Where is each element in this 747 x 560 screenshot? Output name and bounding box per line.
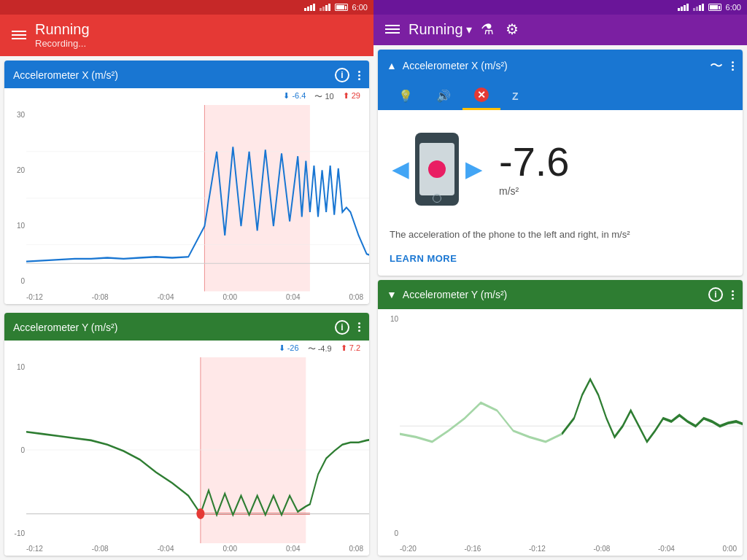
right-status-time: 6:00 (726, 3, 741, 12)
bulb-icon: 💡 (398, 89, 413, 103)
right-header: Running ▾ ⚗ ⚙ (374, 15, 747, 45)
right-header-icons: ⚗ ⚙ (481, 20, 519, 38)
right-accel-y-time-axis: -0:20 -0:16 -0:12 -0:08 -0:04 0:00 (378, 543, 743, 556)
left-accel-x-info-btn[interactable]: i (335, 68, 349, 82)
left-accel-y-menu-btn[interactable] (358, 322, 360, 332)
left-accel-x-min-stat: ⬇ -6.4 (283, 91, 306, 102)
left-accel-y-icons: i (335, 320, 360, 335)
value-display: -7.6 m/s² (499, 141, 731, 197)
battery-icon (335, 4, 348, 11)
right-battery-icon (708, 4, 721, 11)
left-recording-status: Recording... (35, 38, 90, 49)
left-accel-x-stats: ⬇ -6.4 〜 10 ⬆ 29 (4, 88, 369, 105)
right-accel-y-menu-btn[interactable] (732, 290, 734, 300)
right-header-container: 6:00 Running ▾ ⚗ ⚙ (374, 0, 747, 45)
left-accel-y-title: Accelerometer Y (m/s²) (13, 322, 117, 333)
dropdown-arrow-icon[interactable]: ▾ (466, 23, 472, 36)
y-label-0-x: 0 (6, 277, 25, 285)
right-accel-y-header-left: ▼ Accelerometer Y (m/s²) (387, 289, 507, 300)
right-accel-y-chart: 10 0 (378, 309, 743, 543)
left-accel-x-max-stat: ⬆ 29 (343, 91, 360, 102)
y-label-0-y: 0 (6, 446, 25, 454)
right-accel-x-header: ▲ Accelerometer X (m/s²) 〜 (378, 50, 743, 82)
left-status-bar: 6:00 (0, 0, 374, 15)
right-accel-x-title: Accelerometer X (m/s²) (403, 60, 508, 71)
y-label-20: 20 (6, 166, 25, 174)
left-hamburger-icon[interactable] (12, 31, 26, 39)
x-icon: ✕ (474, 88, 489, 102)
left-header: Running Recording... (0, 15, 374, 56)
right-accel-x-header-icons: 〜 (710, 57, 734, 74)
detail-body: ◀ ▶ -7.6 m/s² (378, 110, 743, 228)
arrow-left-icon: ◀ (392, 158, 409, 182)
y-label-30: 30 (6, 111, 25, 119)
left-header-container: 6:00 Running Recording... (0, 0, 374, 56)
left-accel-x-title: Accelerometer X (m/s²) (13, 69, 118, 81)
settings-icon[interactable]: ⚙ (506, 20, 519, 38)
left-accel-y-max-stat: ⬆ 7.2 (341, 343, 360, 354)
right-detail-card: ▲ Accelerometer X (m/s²) 〜 💡 🔊 ✕ (378, 50, 743, 276)
left-accel-y-avg-stat: 〜 -4.9 (308, 343, 332, 354)
svg-point-13 (196, 508, 204, 519)
left-accel-x-header: Accelerometer X (m/s²) i (4, 61, 369, 88)
phone-home-btn (433, 194, 441, 203)
sensor-tabs: 💡 🔊 ✕ Z (378, 82, 743, 110)
right-hamburger-icon[interactable] (385, 25, 400, 34)
y-label-n10-y: -10 (6, 529, 25, 537)
right-accel-y-svg (400, 309, 743, 543)
right-panel: 6:00 Running ▾ ⚗ ⚙ ▲ (374, 0, 747, 560)
chevron-up-icon[interactable]: ▲ (387, 60, 397, 71)
left-accel-x-avg-stat: 〜 10 (314, 91, 333, 102)
left-accel-x-icons: i (335, 68, 360, 82)
right-y-label-10: 10 (379, 315, 398, 323)
tab-volume[interactable]: 🔊 (425, 82, 462, 110)
tab-bulb[interactable]: 💡 (387, 82, 425, 110)
left-accel-x-menu-btn[interactable] (358, 71, 360, 80)
tab-z[interactable]: Z (500, 82, 530, 110)
right-lte-icon (693, 4, 704, 11)
z-icon: Z (512, 90, 519, 102)
y-label-10-y: 10 (6, 363, 25, 371)
right-app-title: Running ▾ (409, 21, 472, 38)
phone-body (415, 133, 459, 206)
arrow-right-icon: ▶ (465, 158, 481, 182)
right-accel-x-menu-btn[interactable] (732, 61, 734, 71)
chevron-down-icon[interactable]: ▼ (387, 289, 397, 300)
left-accel-y-stats: ⬇ -26 〜 -4.9 ⬆ 7.2 (4, 341, 369, 357)
accel-y-svg (26, 357, 369, 544)
learn-more-btn[interactable]: LEARN MORE (378, 247, 743, 276)
tab-x[interactable]: ✕ (462, 82, 500, 110)
left-header-title-area: Running Recording... (35, 20, 90, 49)
left-accel-y-time-axis: -0:12 -0:08 -0:04 0:00 0:04 0:08 (4, 543, 369, 556)
left-accel-y-header: Accelerometer Y (m/s²) i (4, 313, 369, 341)
right-accel-y-header-icons: i (708, 287, 734, 302)
volume-icon: 🔊 (436, 89, 451, 103)
beaker-icon[interactable]: ⚗ (481, 20, 494, 38)
y-label-10: 10 (6, 222, 25, 230)
left-accel-x-chart: 30 20 10 0 (4, 105, 369, 292)
left-app-title: Running (35, 20, 90, 38)
right-accel-y-header: ▼ Accelerometer Y (m/s²) i (378, 280, 743, 309)
left-status-time: 6:00 (352, 3, 368, 12)
accel-x-unit: m/s² (499, 185, 731, 197)
left-accel-y-card: Accelerometer Y (m/s²) i ⬇ -26 〜 -4.9 ⬆ … (4, 313, 369, 556)
phone-dot (428, 160, 446, 178)
left-accel-x-time-axis: -0:12 -0:08 -0:04 0:00 0:04 0:08 (4, 292, 369, 304)
right-signal-icon (678, 4, 689, 11)
right-accel-y-info-btn[interactable]: i (708, 287, 723, 302)
right-accel-y-card: ▼ Accelerometer Y (m/s²) i 10 0 (378, 280, 743, 556)
phone-illustration: ◀ ▶ (390, 122, 484, 217)
right-accel-y-title: Accelerometer Y (m/s²) (403, 289, 507, 300)
accel-x-description: The acceleration of the phone to the lef… (378, 228, 743, 247)
left-accel-x-card: Accelerometer X (m/s²) i ⬇ -6.4 〜 10 ⬆ 2… (4, 61, 369, 304)
left-accel-y-min-stat: ⬇ -26 (279, 343, 299, 354)
left-accel-y-info-btn[interactable]: i (335, 320, 349, 335)
right-y-label-0: 0 (379, 529, 398, 537)
right-header-left: Running ▾ (385, 21, 472, 38)
accel-x-value: -7.6 (499, 141, 731, 182)
phone-screen (419, 143, 454, 195)
right-accel-x-header-left: ▲ Accelerometer X (m/s²) (387, 60, 508, 71)
left-panel: 6:00 Running Recording... Accelerometer … (0, 0, 374, 560)
waveform-icon[interactable]: 〜 (710, 57, 723, 74)
right-status-bar: 6:00 (374, 0, 747, 15)
